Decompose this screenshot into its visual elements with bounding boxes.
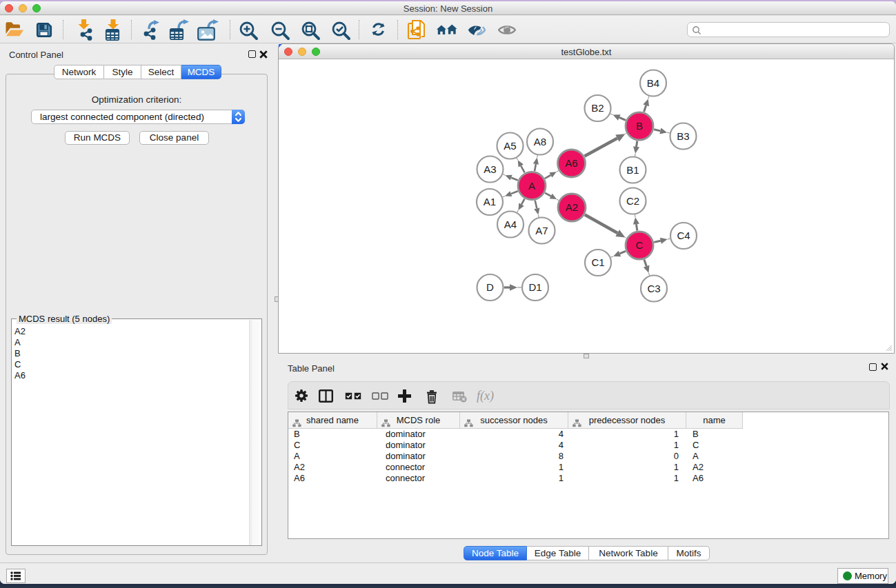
svg-text:C3: C3 [647, 283, 660, 294]
svg-text:A5: A5 [504, 140, 516, 152]
svg-text:B4: B4 [647, 77, 659, 89]
svg-text:A1: A1 [484, 196, 496, 207]
svg-text:C4: C4 [677, 230, 690, 241]
svg-text:D1: D1 [528, 281, 541, 293]
svg-text:B3: B3 [677, 130, 689, 142]
svg-text:C2: C2 [626, 195, 639, 207]
svg-text:C: C [636, 239, 644, 251]
svg-text:B1: B1 [626, 164, 639, 176]
svg-text:A6: A6 [565, 157, 577, 169]
svg-text:D: D [486, 281, 494, 293]
svg-text:B: B [636, 120, 643, 132]
svg-text:A3: A3 [484, 163, 496, 175]
svg-text:C1: C1 [591, 256, 604, 268]
svg-text:A7: A7 [535, 225, 548, 236]
svg-text:A: A [528, 180, 535, 192]
svg-text:A4: A4 [504, 219, 517, 230]
svg-text:B2: B2 [591, 102, 604, 114]
svg-text:A8: A8 [534, 136, 546, 148]
svg-text:A2: A2 [566, 201, 578, 213]
